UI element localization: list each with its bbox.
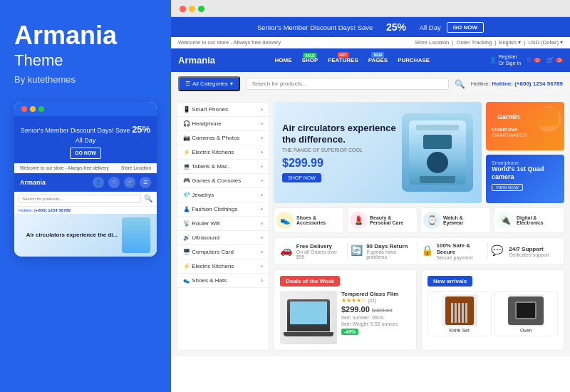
hero-text: Air circulators experience the differenc… [282,123,402,182]
sidebar-item-headphone[interactable]: 🎧 Headphone› [177,117,269,131]
preview-topbar: Welcome to our store - Always free deliv… [14,163,157,173]
browser-dot-green [198,6,204,12]
new-arrivals-section: New arrivals [421,269,564,351]
feature-support-desc: Dedicated support [509,252,549,257]
oven-window [515,301,537,319]
cart-icon: 🛒 [546,57,554,63]
preview-hotline: Hotline: (+800) 1234 56789 [14,207,157,214]
feature-secure: 🔒 100% Safe & Secure Secure payment [421,242,489,260]
hero-row: Air circulators experience the differenc… [274,102,564,203]
feature-delivery-text: Free Delivery On all Orders over $99 [296,243,341,259]
deal-price: $299.00 $389.00 [341,305,410,314]
sidebar-item-shoes[interactable]: 👟 Shoes & Hats› [177,274,269,288]
laptop-shape [287,299,330,331]
deal-item-number: Item number: 0904- [341,315,410,320]
nav-home[interactable]: HOME [273,48,294,72]
nav-features[interactable]: FEATURES HOT [326,48,361,72]
sidebar-item-fashion[interactable]: 👗 Fashion Clothings› [177,202,269,217]
announcement-go-btn[interactable]: GO NOW [447,22,484,33]
main-navbar: Armania HOME SHOP SALE FEATURES HOT PAGE… [171,48,570,72]
preview-announcement-banner: Senior's Member Discount Days! Save 25% … [14,116,157,164]
preview-nav-icons: 👤 ♡ 🛒 ☰ [93,177,151,188]
info-bar-left: Welcome to our store - Always free deliv… [178,39,281,46]
nav-purchase[interactable]: PURCHASE [395,48,432,72]
preview-announcement-text: Senior's Member Discount Days! Save [21,127,130,134]
laptop-base [284,332,333,336]
sidebar-item-jewelry[interactable]: 💎 Jewelrys› [177,188,269,202]
return-icon: 🔄 [351,244,363,259]
hotline-number: Hotline: (+800) 1234 56789 [492,81,563,87]
deal-item-weight: Item Weight: 5.52 ounces [341,321,410,326]
sidebar-item-games[interactable]: 🎮 Games & Consoles› [177,174,269,188]
deal-info: Tempered Glass Film ★★★★☆ (01) $299.00 $… [341,291,410,335]
sidebar-item-tablets[interactable]: 💻 Tablets & Mac.› [177,160,269,174]
account-icon-btn[interactable]: 👤 RegisterOr Sign In [489,54,522,66]
watch-cat-icon: ⌚ [423,212,440,229]
wishlist-icon-btn[interactable]: ♡ 0 [527,57,541,63]
search-icon[interactable]: 🔍 [455,79,465,89]
desktop-site-preview: Senior's Member Discount Days! Save 25% … [171,17,570,392]
announcement-bar: Senior's Member Discount Days! Save 25% … [171,17,570,37]
categories-button[interactable]: ☰ All Categories ▾ [178,76,240,91]
preview-logo: Armania [20,179,46,186]
browser-window-dots [180,6,204,12]
ad-type: SMARTWATCH [492,133,559,138]
right-ads: Garmin vivamove SMARTWATCH Smartphone Wo… [486,102,564,203]
ac-grille [416,125,459,130]
announcement-pct: 25% [386,21,406,33]
cart-icon-btn[interactable]: 🛒 0 [546,57,563,63]
knife-set-name: Knife Set [450,328,470,333]
arrivals-grid: Knife Set Oven [428,291,558,336]
hero-title: Air circulators experience the differenc… [282,123,402,145]
preview-dots-bar [14,102,157,116]
sidebar-item-ultrasound[interactable]: 🔊 Ultrasound› [177,231,269,245]
site-wrapper: Senior's Member Discount Days! Save 25% … [171,17,570,356]
arrival-item-knives[interactable]: Knife Set [428,291,492,336]
feature-delivery-desc: On all Orders over $99 [296,249,341,259]
user-icon: 👤 [489,57,497,63]
ac-base [420,176,455,183]
hero-shop-btn[interactable]: SHOP NOW [282,173,321,182]
cat-item-beauty[interactable]: 💄 Beauty &Personal Care [347,207,418,233]
features-row: 🚗 Free Delivery On all Orders over $99 🔄… [274,237,564,265]
sidebar-item-computers[interactable]: 🖥️ Computers Card› [177,245,269,259]
preview-cart-icon: 🛒 [124,177,135,188]
sidebar-item-electric[interactable]: ⚡ Electric Kitchens› [177,145,269,160]
deal-product-name: Tempered Glass Film [341,291,410,297]
announcement-suffix: All Day [420,24,441,31]
sidebar-item-router[interactable]: 📡 Router Wifi› [177,217,269,231]
browser-chrome [171,0,570,17]
chevron-down-icon: ▾ [230,81,233,87]
site-logo: Armania [178,49,215,71]
search-input[interactable] [246,78,449,90]
preview-hero-text: Air circulators experience the di... [21,232,118,239]
knife-1 [451,303,453,323]
sidebar-item-electric2[interactable]: ⚡ Electric Kitchens› [177,259,269,274]
nav-pages[interactable]: PAGES NEW [366,48,390,72]
ac-display [423,135,452,149]
cat-item-watch[interactable]: ⌚ Watch &Eyewear [420,207,491,233]
bottom-row: Deals of the Week [274,269,564,351]
preview-go-now-btn[interactable]: GO NOW [70,148,101,159]
preview-topbar-right: Store Location [121,165,151,170]
preview-wishlist-icon: ♡ [108,177,120,188]
preview-search-input[interactable] [19,195,141,203]
arrivals-badge: New arrivals [428,276,472,287]
cat-item-digital[interactable]: 🔌 Digital &Electronics [494,207,564,233]
hotline: Hotline: Hotline: (+800) 1234 56789 [471,81,563,87]
sidebar-item-cameras[interactable]: 📷 Cameras & Photos› [177,131,269,145]
cat-label-beauty: Beauty &Personal Care [370,215,403,225]
mobile-preview-card: Senior's Member Discount Days! Save 25% … [14,102,157,257]
delivery-icon: 🚗 [280,244,293,259]
main-content: 📱 Smart Phones› 🎧 Headphone› 📷 Cameras &… [171,96,570,356]
cat-item-shoes[interactable]: 👟 Shoes &Accessories [274,207,344,233]
arrival-item-oven[interactable]: Oven [494,291,559,336]
sidebar-item-smartphones[interactable]: 📱 Smart Phones› [177,103,269,117]
preview-all-day: All Day [76,137,96,144]
nav-shop[interactable]: SHOP SALE [300,48,321,72]
ad-view-btn[interactable]: VIEW NOW [492,184,523,191]
brand-author: By kutethemes [14,74,157,85]
account-label: RegisterOr Sign In [499,54,522,66]
brand-subtitle: Theme [14,51,157,70]
feature-return-title: 90 Days Return [366,243,411,249]
